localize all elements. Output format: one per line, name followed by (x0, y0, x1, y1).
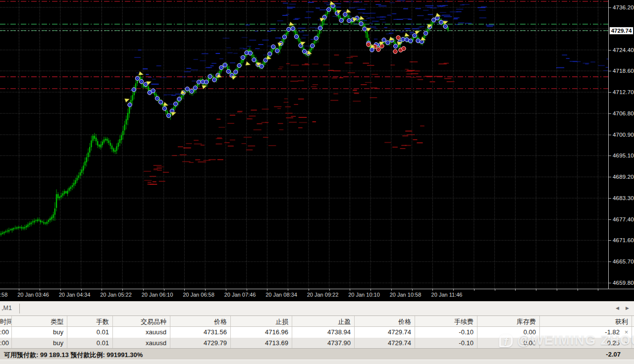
time-tick (40, 289, 40, 291)
time-tick (164, 289, 164, 291)
time-tick (350, 289, 350, 291)
time-tick (205, 289, 206, 291)
time-tick (288, 289, 288, 291)
table-cell: -0.10 (415, 327, 477, 338)
table-cell: :00 (0, 338, 12, 348)
price-tick (609, 219, 611, 220)
price-tick (609, 283, 611, 283)
column-header[interactable]: 手数 (67, 316, 113, 326)
table-cell: -0.25× (540, 338, 632, 348)
column-header[interactable]: 价格 (355, 316, 415, 326)
profit-value: -1.82 (605, 328, 620, 336)
price-axis[interactable]: 4736.204724.404718.604712.704706.804700.… (609, 0, 634, 289)
table-cell: 0.01 (67, 338, 113, 348)
column-header[interactable]: 库存费 (477, 316, 540, 326)
price-tick (609, 198, 611, 199)
column-header[interactable]: 价格 (170, 316, 231, 326)
price-tick-label: 4677.40 (613, 216, 634, 222)
window-bottom-strip (0, 360, 634, 364)
price-tick-label: 4700.90 (613, 132, 634, 138)
profit-value: -0.25 (605, 339, 620, 347)
close-position-icon[interactable]: × (623, 328, 630, 336)
table-cell: 4729.74 (355, 327, 415, 338)
time-tick (226, 289, 226, 291)
price-tick (609, 240, 611, 241)
price-tick (609, 7, 611, 8)
time-tick-label: :58 (0, 292, 7, 298)
time-tick-label: 20 Jan 06:58 (183, 292, 214, 298)
column-header[interactable]: 类型 (12, 316, 67, 326)
time-tick (309, 289, 309, 291)
tab-scroll-right-icon[interactable]: ▶ (626, 306, 629, 311)
table-cell: 4716.96 (231, 327, 292, 338)
time-tick (60, 289, 61, 291)
chart-tab-bar: ,M1 ◀ ▶ (0, 301, 634, 316)
price-tick-label: 4712.70 (613, 89, 634, 95)
table-cell: 4731.56 (170, 327, 231, 338)
price-tick (609, 135, 611, 135)
time-tick (122, 289, 123, 291)
time-tick-label: 20 Jan 06:10 (142, 292, 173, 298)
table-cell: buy (12, 327, 67, 338)
price-tick (609, 50, 611, 51)
price-tick (609, 177, 611, 177)
table-cell: 0.00 (477, 338, 540, 348)
price-tick-label: 4718.60 (613, 68, 634, 74)
chart-window: 4736.204724.404718.604712.704706.804700.… (0, 0, 634, 301)
time-axis[interactable]: :5820 Jan 03:4620 Jan 04:3420 Jan 05:222… (0, 289, 634, 301)
column-header[interactable]: 时间 (0, 316, 12, 326)
time-tick-label: 20 Jan 08:34 (265, 292, 297, 298)
tab-separator (19, 304, 20, 313)
table-cell: 4713.69 (231, 338, 292, 348)
column-header[interactable]: 止损 (231, 316, 292, 326)
position-row[interactable]: :00buy0.01xauusd4731.564716.964738.94472… (0, 327, 634, 338)
total-profit: -2.07 (606, 351, 621, 358)
price-chart[interactable] (0, 0, 608, 289)
position-row[interactable]: :00buy0.01xauusd4729.794713.694737.90472… (0, 338, 634, 348)
price-tick (609, 261, 611, 262)
time-tick-label: 20 Jan 05:22 (100, 292, 132, 298)
table-cell: -0.10 (415, 338, 477, 348)
table-cell: xauusd (113, 327, 170, 338)
column-header[interactable]: 获利 (540, 316, 632, 326)
time-tick (578, 289, 578, 291)
price-tick-label: 4689.20 (613, 174, 634, 180)
time-tick (432, 289, 433, 291)
column-header[interactable]: 止盈 (292, 316, 355, 326)
price-tick-label: 4736.20 (613, 4, 634, 10)
time-tick (557, 289, 557, 291)
time-tick (184, 289, 185, 291)
price-tick (609, 156, 611, 156)
margin-info-text: 可用预付款: 99 189.13 预付款比例: 991991.30% (4, 351, 143, 360)
price-tick (609, 71, 611, 71)
close-position-icon[interactable]: × (623, 339, 630, 347)
price-tick (609, 92, 611, 93)
price-tick-label: 4659.80 (613, 280, 634, 286)
time-tick-label: 20 Jan 10:10 (348, 292, 380, 298)
price-tick (609, 113, 611, 114)
time-tick (247, 289, 247, 291)
table-cell: xauusd (113, 338, 170, 348)
price-tick-label: 4695.10 (613, 153, 634, 158)
table-header-row: 时间类型手数交易品种价格止损止盈价格手续费库存费获利 (0, 316, 634, 327)
table-cell: 0.01 (67, 327, 113, 338)
table-cell: 4729.74 (355, 338, 415, 348)
time-tick (495, 289, 495, 291)
chart-tab-m1[interactable]: ,M1 (1, 305, 12, 312)
column-header[interactable]: 手续费 (415, 316, 477, 326)
price-tick-label: 4706.80 (613, 110, 634, 116)
tab-scroll-left-icon[interactable]: ◀ (616, 306, 619, 311)
time-tick (515, 289, 516, 291)
table-cell: 0.00 (477, 327, 540, 338)
table-cell: 4737.90 (292, 338, 355, 348)
time-tick (329, 289, 330, 291)
column-header[interactable]: 交易品种 (113, 316, 170, 326)
time-tick (143, 289, 144, 291)
price-tick-label: 4665.70 (613, 259, 634, 264)
time-tick (598, 289, 598, 291)
time-tick (536, 289, 536, 291)
time-tick (102, 289, 102, 291)
time-tick-label: 20 Jan 11:46 (431, 292, 463, 298)
price-tick-label: 4671.60 (613, 237, 634, 243)
time-tick-label: 20 Jan 04:34 (59, 292, 91, 298)
